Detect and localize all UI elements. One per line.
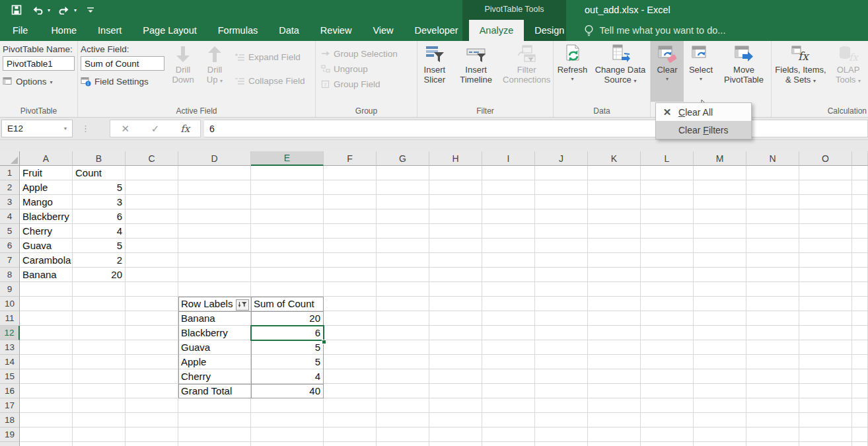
cell-J8[interactable] [535,268,588,282]
cell-F2[interactable] [324,180,377,195]
cell-M8[interactable] [694,268,746,282]
cell-partial-3[interactable] [852,195,868,209]
cell-F11[interactable] [324,311,377,326]
cell-E18[interactable] [251,413,324,427]
cell-A20[interactable] [20,442,73,446]
cell-E20[interactable] [251,442,324,446]
cell-B8[interactable]: 20 [73,268,126,282]
cell-L11[interactable] [641,311,694,326]
row-header-5[interactable]: 5 [0,224,20,239]
cell-N19[interactable] [746,427,799,442]
cell-K20[interactable] [588,442,641,446]
row-header-1[interactable]: 1 [0,166,20,180]
cell-K11[interactable] [588,311,641,326]
cell-E5[interactable] [251,224,324,239]
cell-H18[interactable] [429,413,482,427]
cell-D2[interactable] [178,180,251,195]
cell-N7[interactable] [746,253,799,268]
cell-G20[interactable] [377,442,429,446]
cell-G16[interactable] [377,384,429,398]
row-header-17[interactable]: 17 [0,398,20,413]
cell-I9[interactable] [482,282,535,297]
cell-F4[interactable] [324,209,377,224]
row-header-4[interactable]: 4 [0,209,20,224]
cell-B5[interactable]: 4 [73,224,126,239]
cell-E2[interactable] [251,180,324,195]
cell-N17[interactable] [746,398,799,413]
cell-K19[interactable] [588,427,641,442]
cell-J17[interactable] [535,398,588,413]
cell-O8[interactable] [799,268,852,282]
formula-input[interactable]: 6 [204,120,868,137]
row-header-8[interactable]: 8 [0,268,20,282]
col-header-C[interactable]: C [126,151,178,166]
row-header-19[interactable]: 19 [0,427,20,442]
cell-G13[interactable] [377,340,429,355]
cell-A19[interactable] [20,427,73,442]
row-header-7[interactable]: 7 [0,253,20,268]
cell-J11[interactable] [535,311,588,326]
cell-J4[interactable] [535,209,588,224]
cell-F7[interactable] [324,253,377,268]
cell-D4[interactable] [178,209,251,224]
move-pivottable-button[interactable]: Move PivotTable [718,41,770,102]
cell-O6[interactable] [799,239,852,253]
select-button[interactable]: Select ▾ [684,41,718,102]
cell-I8[interactable] [482,268,535,282]
cell-A8[interactable]: Banana [20,268,73,282]
cell-F10[interactable] [324,297,377,311]
col-header-F[interactable]: F [324,151,377,166]
cell-N4[interactable] [746,209,799,224]
cell-G8[interactable] [377,268,429,282]
active-field-input[interactable]: Sum of Count [81,56,164,71]
cell-A13[interactable] [20,340,73,355]
cell-I11[interactable] [482,311,535,326]
cell-O7[interactable] [799,253,852,268]
cell-A7[interactable]: Carambola [20,253,73,268]
tab-review[interactable]: Review [310,20,363,41]
cell-F5[interactable] [324,224,377,239]
cell-H16[interactable] [429,384,482,398]
cell-partial-16[interactable] [852,384,868,398]
cell-H11[interactable] [429,311,482,326]
cell-M11[interactable] [694,311,746,326]
cell-I15[interactable] [482,369,535,384]
cell-M5[interactable] [694,224,746,239]
name-box[interactable]: E12 ▾ [1,120,73,137]
cell-O2[interactable] [799,180,852,195]
cell-H13[interactable] [429,340,482,355]
cell-N20[interactable] [746,442,799,446]
cell-F9[interactable] [324,282,377,297]
cell-O9[interactable] [799,282,852,297]
options-button[interactable]: Options▾ [3,75,75,88]
cell-C1[interactable] [126,166,178,180]
cell-H7[interactable] [429,253,482,268]
cell-G18[interactable] [377,413,429,427]
cell-O13[interactable] [799,340,852,355]
col-header-partial[interactable] [852,151,868,166]
cell-O18[interactable] [799,413,852,427]
cell-D8[interactable] [178,268,251,282]
cell-partial-19[interactable] [852,427,868,442]
cell-M16[interactable] [694,384,746,398]
cell-I4[interactable] [482,209,535,224]
cell-G1[interactable] [377,166,429,180]
redo-caret-icon[interactable]: ▾ [74,7,77,13]
fields-items-sets-button[interactable]: fx Fields, Items, & Sets ▾ [772,41,830,102]
cell-H10[interactable] [429,297,482,311]
cell-partial-8[interactable] [852,268,868,282]
cell-L15[interactable] [641,369,694,384]
cell-K1[interactable] [588,166,641,180]
cell-M3[interactable] [694,195,746,209]
row-header-16[interactable]: 16 [0,384,20,398]
cell-K16[interactable] [588,384,641,398]
cell-A12[interactable] [20,326,73,340]
cell-M1[interactable] [694,166,746,180]
cell-D20[interactable] [178,442,251,446]
cell-B1[interactable]: Count [73,166,126,180]
cell-partial-20[interactable] [852,442,868,446]
cell-L16[interactable] [641,384,694,398]
cell-M2[interactable] [694,180,746,195]
cell-partial-4[interactable] [852,209,868,224]
active-cell-selection[interactable] [250,325,324,341]
